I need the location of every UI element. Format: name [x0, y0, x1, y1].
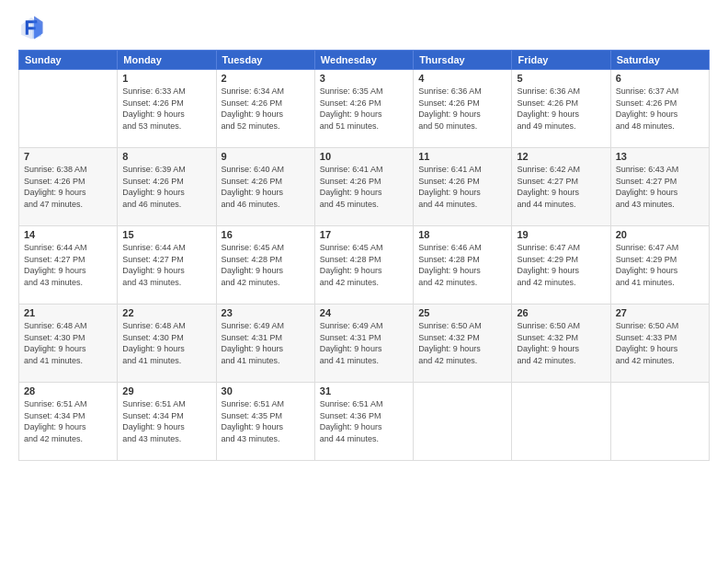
page: SundayMondayTuesdayWednesdayThursdayFrid…	[0, 0, 728, 563]
calendar-cell: 25Sunrise: 6:50 AMSunset: 4:32 PMDayligh…	[414, 304, 512, 383]
cell-info: Sunrise: 6:48 AMSunset: 4:30 PMDaylight:…	[122, 320, 210, 366]
day-number: 13	[616, 151, 704, 162]
calendar-cell: 30Sunrise: 6:51 AMSunset: 4:35 PMDayligh…	[216, 383, 314, 461]
calendar-cell: 1Sunrise: 6:33 AMSunset: 4:26 PMDaylight…	[118, 70, 216, 148]
weekday-header: Monday	[118, 51, 216, 70]
day-number: 8	[122, 151, 210, 162]
day-number: 22	[122, 307, 210, 318]
cell-info: Sunrise: 6:44 AMSunset: 4:27 PMDaylight:…	[24, 242, 112, 288]
cell-info: Sunrise: 6:51 AMSunset: 4:36 PMDaylight:…	[320, 398, 408, 444]
day-number: 24	[320, 307, 408, 318]
calendar-cell: 10Sunrise: 6:41 AMSunset: 4:26 PMDayligh…	[314, 148, 413, 226]
calendar-cell: 26Sunrise: 6:50 AMSunset: 4:32 PMDayligh…	[512, 304, 610, 383]
calendar-week-row: 28Sunrise: 6:51 AMSunset: 4:34 PMDayligh…	[19, 383, 710, 461]
day-number: 15	[122, 229, 210, 240]
calendar-cell: 22Sunrise: 6:48 AMSunset: 4:30 PMDayligh…	[118, 304, 216, 383]
cell-info: Sunrise: 6:45 AMSunset: 4:28 PMDaylight:…	[320, 242, 408, 288]
day-number: 19	[517, 229, 605, 240]
day-number: 23	[222, 307, 310, 318]
cell-info: Sunrise: 6:51 AMSunset: 4:35 PMDaylight:…	[222, 398, 310, 444]
cell-info: Sunrise: 6:50 AMSunset: 4:32 PMDaylight:…	[418, 320, 506, 366]
day-number: 1	[122, 73, 210, 84]
weekday-header: Thursday	[414, 51, 512, 70]
day-number: 2	[222, 73, 310, 84]
cell-info: Sunrise: 6:49 AMSunset: 4:31 PMDaylight:…	[320, 320, 408, 366]
cell-info: Sunrise: 6:33 AMSunset: 4:26 PMDaylight:…	[122, 86, 210, 132]
calendar-week-row: 21Sunrise: 6:48 AMSunset: 4:30 PMDayligh…	[19, 304, 710, 383]
day-number: 6	[616, 73, 704, 84]
cell-info: Sunrise: 6:40 AMSunset: 4:26 PMDaylight:…	[222, 164, 310, 210]
cell-info: Sunrise: 6:43 AMSunset: 4:27 PMDaylight:…	[616, 164, 704, 210]
day-number: 11	[418, 151, 506, 162]
calendar-cell: 15Sunrise: 6:44 AMSunset: 4:27 PMDayligh…	[118, 226, 216, 304]
cell-info: Sunrise: 6:36 AMSunset: 4:26 PMDaylight:…	[418, 86, 506, 132]
cell-info: Sunrise: 6:46 AMSunset: 4:28 PMDaylight:…	[418, 242, 506, 288]
calendar-cell: 23Sunrise: 6:49 AMSunset: 4:31 PMDayligh…	[216, 304, 314, 383]
day-number: 5	[517, 73, 605, 84]
cell-info: Sunrise: 6:34 AMSunset: 4:26 PMDaylight:…	[222, 86, 310, 132]
calendar-cell	[19, 70, 118, 148]
calendar-cell: 21Sunrise: 6:48 AMSunset: 4:30 PMDayligh…	[19, 304, 118, 383]
weekday-header: Friday	[512, 51, 610, 70]
calendar-cell: 31Sunrise: 6:51 AMSunset: 4:36 PMDayligh…	[314, 383, 413, 461]
calendar-cell: 27Sunrise: 6:50 AMSunset: 4:33 PMDayligh…	[610, 304, 709, 383]
logo	[18, 15, 50, 40]
cell-info: Sunrise: 6:47 AMSunset: 4:29 PMDaylight:…	[517, 242, 605, 288]
cell-info: Sunrise: 6:37 AMSunset: 4:26 PMDaylight:…	[616, 86, 704, 132]
calendar-cell: 2Sunrise: 6:34 AMSunset: 4:26 PMDaylight…	[216, 70, 314, 148]
calendar-cell: 24Sunrise: 6:49 AMSunset: 4:31 PMDayligh…	[314, 304, 413, 383]
calendar-cell: 18Sunrise: 6:46 AMSunset: 4:28 PMDayligh…	[414, 226, 512, 304]
day-number: 14	[24, 229, 112, 240]
day-number: 31	[320, 385, 408, 396]
cell-info: Sunrise: 6:45 AMSunset: 4:28 PMDaylight:…	[222, 242, 310, 288]
calendar-cell: 3Sunrise: 6:35 AMSunset: 4:26 PMDaylight…	[314, 70, 413, 148]
day-number: 12	[517, 151, 605, 162]
day-number: 17	[320, 229, 408, 240]
day-number: 28	[24, 385, 112, 396]
calendar-cell: 8Sunrise: 6:39 AMSunset: 4:26 PMDaylight…	[118, 148, 216, 226]
day-number: 29	[122, 385, 210, 396]
cell-info: Sunrise: 6:50 AMSunset: 4:33 PMDaylight:…	[616, 320, 704, 366]
weekday-header: Tuesday	[216, 51, 314, 70]
calendar-cell: 19Sunrise: 6:47 AMSunset: 4:29 PMDayligh…	[512, 226, 610, 304]
day-number: 3	[320, 73, 408, 84]
cell-info: Sunrise: 6:41 AMSunset: 4:26 PMDaylight:…	[320, 164, 408, 210]
weekday-header: Wednesday	[314, 51, 413, 70]
calendar-cell: 28Sunrise: 6:51 AMSunset: 4:34 PMDayligh…	[19, 383, 118, 461]
day-number: 20	[616, 229, 704, 240]
calendar-header-row: SundayMondayTuesdayWednesdayThursdayFrid…	[19, 51, 710, 70]
calendar-table: SundayMondayTuesdayWednesdayThursdayFrid…	[18, 50, 710, 461]
cell-info: Sunrise: 6:49 AMSunset: 4:31 PMDaylight:…	[222, 320, 310, 366]
day-number: 16	[222, 229, 310, 240]
cell-info: Sunrise: 6:51 AMSunset: 4:34 PMDaylight:…	[24, 398, 112, 444]
calendar-cell: 5Sunrise: 6:36 AMSunset: 4:26 PMDaylight…	[512, 70, 610, 148]
day-number: 30	[222, 385, 310, 396]
cell-info: Sunrise: 6:38 AMSunset: 4:26 PMDaylight:…	[24, 164, 112, 210]
weekday-header: Saturday	[610, 51, 709, 70]
cell-info: Sunrise: 6:48 AMSunset: 4:30 PMDaylight:…	[24, 320, 112, 366]
calendar-cell: 7Sunrise: 6:38 AMSunset: 4:26 PMDaylight…	[19, 148, 118, 226]
calendar-cell: 13Sunrise: 6:43 AMSunset: 4:27 PMDayligh…	[610, 148, 709, 226]
day-number: 7	[24, 151, 112, 162]
header	[18, 15, 710, 40]
cell-info: Sunrise: 6:39 AMSunset: 4:26 PMDaylight:…	[122, 164, 210, 210]
day-number: 27	[616, 307, 704, 318]
cell-info: Sunrise: 6:35 AMSunset: 4:26 PMDaylight:…	[320, 86, 408, 132]
day-number: 25	[418, 307, 506, 318]
cell-info: Sunrise: 6:47 AMSunset: 4:29 PMDaylight:…	[616, 242, 704, 288]
calendar-cell: 16Sunrise: 6:45 AMSunset: 4:28 PMDayligh…	[216, 226, 314, 304]
calendar-cell: 17Sunrise: 6:45 AMSunset: 4:28 PMDayligh…	[314, 226, 413, 304]
calendar-cell: 6Sunrise: 6:37 AMSunset: 4:26 PMDaylight…	[610, 70, 709, 148]
cell-info: Sunrise: 6:50 AMSunset: 4:32 PMDaylight:…	[517, 320, 605, 366]
day-number: 9	[222, 151, 310, 162]
day-number: 18	[418, 229, 506, 240]
calendar-cell	[414, 383, 512, 461]
day-number: 10	[320, 151, 408, 162]
weekday-header: Sunday	[19, 51, 118, 70]
cell-info: Sunrise: 6:51 AMSunset: 4:34 PMDaylight:…	[122, 398, 210, 444]
day-number: 26	[517, 307, 605, 318]
cell-info: Sunrise: 6:44 AMSunset: 4:27 PMDaylight:…	[122, 242, 210, 288]
calendar-cell: 9Sunrise: 6:40 AMSunset: 4:26 PMDaylight…	[216, 148, 314, 226]
calendar-cell	[610, 383, 709, 461]
logo-icon	[18, 15, 44, 40]
